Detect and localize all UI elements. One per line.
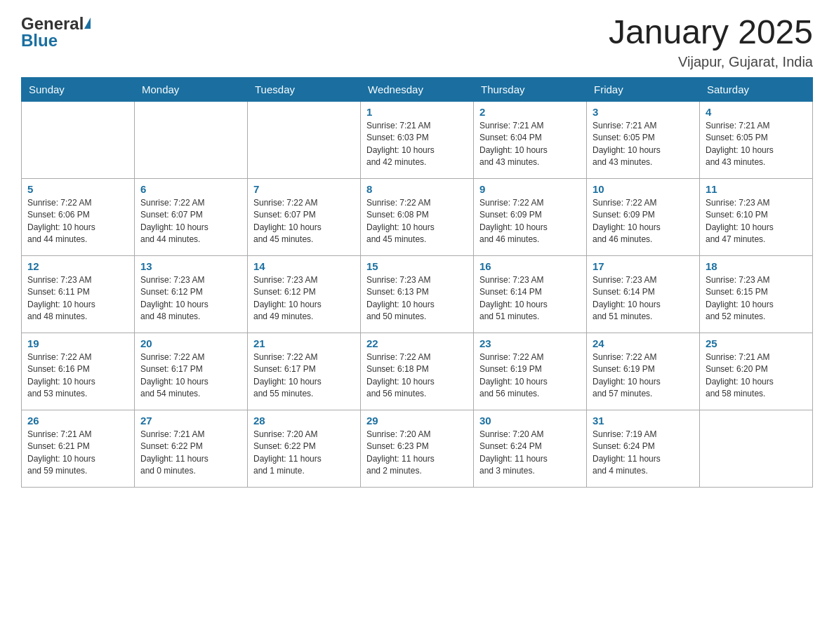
calendar-cell: [248, 101, 361, 178]
calendar-cell: 24Sunrise: 7:22 AM Sunset: 6:19 PM Dayli…: [587, 333, 700, 410]
day-info: Sunrise: 7:23 AM Sunset: 6:10 PM Dayligh…: [706, 197, 807, 246]
day-number: 5: [27, 183, 128, 195]
calendar-cell: 27Sunrise: 7:21 AM Sunset: 6:22 PM Dayli…: [135, 410, 248, 487]
day-header-friday: Friday: [587, 77, 700, 101]
day-number: 27: [140, 415, 241, 427]
logo: General Blue: [21, 14, 91, 51]
day-info: Sunrise: 7:22 AM Sunset: 6:09 PM Dayligh…: [593, 197, 694, 246]
day-number: 3: [593, 106, 694, 118]
day-number: 4: [706, 106, 807, 118]
day-header-sunday: Sunday: [22, 77, 135, 101]
day-number: 2: [479, 106, 581, 118]
calendar-cell: [135, 101, 248, 178]
day-info: Sunrise: 7:21 AM Sunset: 6:21 PM Dayligh…: [27, 429, 128, 478]
day-info: Sunrise: 7:22 AM Sunset: 6:09 PM Dayligh…: [479, 197, 581, 246]
calendar-cell: 10Sunrise: 7:22 AM Sunset: 6:09 PM Dayli…: [587, 178, 700, 255]
day-info: Sunrise: 7:23 AM Sunset: 6:12 PM Dayligh…: [140, 274, 241, 323]
day-number: 31: [593, 415, 694, 427]
day-info: Sunrise: 7:20 AM Sunset: 6:23 PM Dayligh…: [366, 429, 468, 478]
day-number: 8: [366, 183, 468, 195]
calendar-cell: 14Sunrise: 7:23 AM Sunset: 6:12 PM Dayli…: [248, 255, 361, 333]
day-number: 17: [593, 260, 694, 272]
day-header-monday: Monday: [135, 77, 248, 101]
calendar-cell: [700, 410, 813, 487]
day-number: 11: [706, 183, 807, 195]
day-header-saturday: Saturday: [700, 77, 813, 101]
day-info: Sunrise: 7:22 AM Sunset: 6:17 PM Dayligh…: [253, 351, 355, 401]
calendar-cell: 29Sunrise: 7:20 AM Sunset: 6:23 PM Dayli…: [361, 410, 474, 487]
calendar-cell: 6Sunrise: 7:22 AM Sunset: 6:07 PM Daylig…: [135, 178, 248, 255]
calendar-cell: 21Sunrise: 7:22 AM Sunset: 6:17 PM Dayli…: [248, 333, 361, 410]
logo-triangle-icon: [84, 18, 91, 29]
calendar-cell: 12Sunrise: 7:23 AM Sunset: 6:11 PM Dayli…: [22, 255, 135, 333]
day-number: 24: [593, 337, 694, 349]
calendar-body: 1Sunrise: 7:21 AM Sunset: 6:03 PM Daylig…: [22, 101, 813, 487]
day-header-wednesday: Wednesday: [361, 77, 474, 101]
day-number: 25: [706, 337, 807, 349]
logo-blue-text: Blue: [21, 31, 58, 51]
month-title: January 2025: [609, 14, 813, 51]
day-number: 1: [366, 106, 468, 118]
calendar-cell: 2Sunrise: 7:21 AM Sunset: 6:04 PM Daylig…: [474, 101, 587, 178]
calendar-cell: 22Sunrise: 7:22 AM Sunset: 6:18 PM Dayli…: [361, 333, 474, 410]
day-info: Sunrise: 7:21 AM Sunset: 6:22 PM Dayligh…: [140, 429, 241, 478]
calendar-cell: 13Sunrise: 7:23 AM Sunset: 6:12 PM Dayli…: [135, 255, 248, 333]
day-info: Sunrise: 7:22 AM Sunset: 6:19 PM Dayligh…: [479, 351, 581, 401]
calendar-cell: 4Sunrise: 7:21 AM Sunset: 6:05 PM Daylig…: [700, 101, 813, 178]
day-info: Sunrise: 7:21 AM Sunset: 6:20 PM Dayligh…: [706, 351, 807, 401]
day-header-thursday: Thursday: [474, 77, 587, 101]
calendar-cell: 30Sunrise: 7:20 AM Sunset: 6:24 PM Dayli…: [474, 410, 587, 487]
calendar-cell: 17Sunrise: 7:23 AM Sunset: 6:14 PM Dayli…: [587, 255, 700, 333]
calendar-cell: 19Sunrise: 7:22 AM Sunset: 6:16 PM Dayli…: [22, 333, 135, 410]
day-info: Sunrise: 7:23 AM Sunset: 6:11 PM Dayligh…: [27, 274, 128, 323]
calendar-cell: 16Sunrise: 7:23 AM Sunset: 6:14 PM Dayli…: [474, 255, 587, 333]
day-info: Sunrise: 7:20 AM Sunset: 6:24 PM Dayligh…: [479, 429, 581, 478]
day-info: Sunrise: 7:22 AM Sunset: 6:06 PM Dayligh…: [27, 197, 128, 246]
day-info: Sunrise: 7:21 AM Sunset: 6:05 PM Dayligh…: [593, 120, 694, 169]
day-number: 19: [27, 337, 128, 349]
calendar-cell: 28Sunrise: 7:20 AM Sunset: 6:22 PM Dayli…: [248, 410, 361, 487]
calendar-cell: 25Sunrise: 7:21 AM Sunset: 6:20 PM Dayli…: [700, 333, 813, 410]
page-header: General Blue January 2025 Vijapur, Gujar…: [21, 14, 813, 70]
calendar-cell: 15Sunrise: 7:23 AM Sunset: 6:13 PM Dayli…: [361, 255, 474, 333]
day-info: Sunrise: 7:23 AM Sunset: 6:13 PM Dayligh…: [366, 274, 468, 323]
title-section: January 2025 Vijapur, Gujarat, India: [609, 14, 813, 70]
day-number: 6: [140, 183, 241, 195]
day-info: Sunrise: 7:22 AM Sunset: 6:16 PM Dayligh…: [27, 351, 128, 401]
day-info: Sunrise: 7:21 AM Sunset: 6:04 PM Dayligh…: [479, 120, 581, 169]
day-number: 7: [253, 183, 355, 195]
day-number: 22: [366, 337, 468, 349]
day-info: Sunrise: 7:21 AM Sunset: 6:03 PM Dayligh…: [366, 120, 468, 169]
day-number: 15: [366, 260, 468, 272]
day-info: Sunrise: 7:23 AM Sunset: 6:14 PM Dayligh…: [479, 274, 581, 323]
calendar-cell: 5Sunrise: 7:22 AM Sunset: 6:06 PM Daylig…: [22, 178, 135, 255]
day-info: Sunrise: 7:22 AM Sunset: 6:19 PM Dayligh…: [593, 351, 694, 401]
location-title: Vijapur, Gujarat, India: [609, 54, 813, 70]
day-info: Sunrise: 7:22 AM Sunset: 6:07 PM Dayligh…: [140, 197, 241, 246]
day-number: 23: [479, 337, 581, 349]
day-number: 10: [593, 183, 694, 195]
calendar-cell: 11Sunrise: 7:23 AM Sunset: 6:10 PM Dayli…: [700, 178, 813, 255]
calendar-cell: 20Sunrise: 7:22 AM Sunset: 6:17 PM Dayli…: [135, 333, 248, 410]
day-number: 9: [479, 183, 581, 195]
day-info: Sunrise: 7:23 AM Sunset: 6:15 PM Dayligh…: [706, 274, 807, 323]
days-header-row: SundayMondayTuesdayWednesdayThursdayFrid…: [22, 77, 813, 101]
day-info: Sunrise: 7:20 AM Sunset: 6:22 PM Dayligh…: [253, 429, 355, 478]
day-info: Sunrise: 7:23 AM Sunset: 6:12 PM Dayligh…: [253, 274, 355, 323]
calendar-cell: 9Sunrise: 7:22 AM Sunset: 6:09 PM Daylig…: [474, 178, 587, 255]
day-info: Sunrise: 7:23 AM Sunset: 6:14 PM Dayligh…: [593, 274, 694, 323]
calendar-cell: 3Sunrise: 7:21 AM Sunset: 6:05 PM Daylig…: [587, 101, 700, 178]
calendar-week-row: 1Sunrise: 7:21 AM Sunset: 6:03 PM Daylig…: [22, 101, 813, 178]
day-number: 30: [479, 415, 581, 427]
day-number: 20: [140, 337, 241, 349]
calendar-week-row: 26Sunrise: 7:21 AM Sunset: 6:21 PM Dayli…: [22, 410, 813, 487]
day-number: 18: [706, 260, 807, 272]
day-info: Sunrise: 7:19 AM Sunset: 6:24 PM Dayligh…: [593, 429, 694, 478]
day-info: Sunrise: 7:22 AM Sunset: 6:18 PM Dayligh…: [366, 351, 468, 401]
calendar-cell: [22, 101, 135, 178]
calendar-cell: 31Sunrise: 7:19 AM Sunset: 6:24 PM Dayli…: [587, 410, 700, 487]
calendar-cell: 8Sunrise: 7:22 AM Sunset: 6:08 PM Daylig…: [361, 178, 474, 255]
day-info: Sunrise: 7:21 AM Sunset: 6:05 PM Dayligh…: [706, 120, 807, 169]
day-number: 13: [140, 260, 241, 272]
calendar-table: SundayMondayTuesdayWednesdayThursdayFrid…: [21, 77, 813, 488]
